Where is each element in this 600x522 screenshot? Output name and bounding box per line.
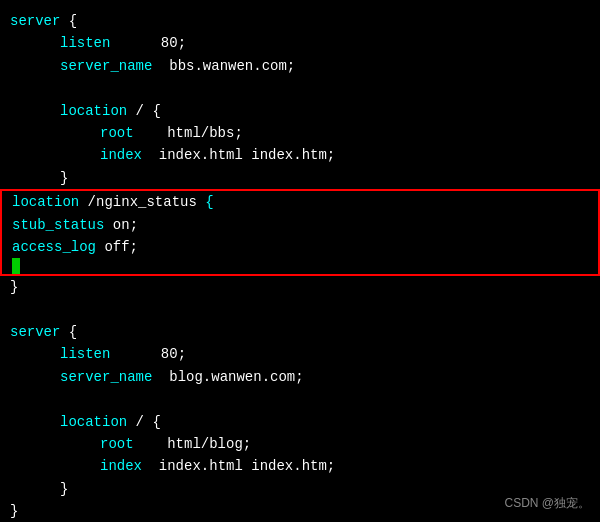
code-line-server2: server { xyxy=(0,321,600,343)
keyword-listen2: listen xyxy=(60,343,110,365)
code-line: server { xyxy=(0,10,600,32)
watermark: CSDN @独宠。 xyxy=(504,495,590,512)
code-line-listen2: listen 80; xyxy=(0,343,600,365)
code-line: location / { xyxy=(0,100,600,122)
code-line-location-nginx: location /nginx_status { xyxy=(2,191,598,213)
code-line: server_name bbs.wanwen.com; xyxy=(0,55,600,77)
code-line-cursor xyxy=(2,258,598,274)
keyword-stub: stub_status xyxy=(12,214,104,236)
keyword-servername: server_name xyxy=(60,55,152,77)
keyword-index2: index xyxy=(100,455,142,477)
code-line-stub: stub_status on; xyxy=(2,214,598,236)
keyword-servername2: server_name xyxy=(60,366,152,388)
server-block-2: server { listen 80; server_name blog.wan… xyxy=(0,321,600,500)
keyword-location2: location xyxy=(60,411,127,433)
keyword-index: index xyxy=(100,144,142,166)
keyword-location-nginx: location xyxy=(12,191,79,213)
highlighted-location-block: location /nginx_status { stub_status on;… xyxy=(0,189,600,276)
keyword-server: server xyxy=(10,10,60,32)
server-block-1: server { listen 80; server_name bbs.wanw… xyxy=(0,10,600,189)
keyword-access: access_log xyxy=(12,236,96,258)
code-line: index index.html index.htm; xyxy=(0,144,600,166)
text-cursor xyxy=(12,258,20,274)
code-line-access: access_log off; xyxy=(2,236,598,258)
closing-brace-1: } xyxy=(0,276,600,298)
code-line-index2: index index.html index.htm; xyxy=(0,455,600,477)
keyword-root2: root xyxy=(100,433,134,455)
code-line-location2: location / { xyxy=(0,411,600,433)
code-line-root2: root html/blog; xyxy=(0,433,600,455)
code-editor: server { listen 80; server_name bbs.wanw… xyxy=(0,0,600,522)
code-line-servername2: server_name blog.wanwen.com; xyxy=(0,366,600,388)
keyword-listen: listen xyxy=(60,32,110,54)
keyword-server2: server xyxy=(10,321,60,343)
code-line: listen 80; xyxy=(0,32,600,54)
code-line: root html/bbs; xyxy=(0,122,600,144)
blank-line xyxy=(0,299,600,321)
keyword-location: location xyxy=(60,100,127,122)
code-line-blank xyxy=(0,77,600,99)
code-line: } xyxy=(0,167,600,189)
keyword-root: root xyxy=(100,122,134,144)
code-line-blank2 xyxy=(0,388,600,410)
